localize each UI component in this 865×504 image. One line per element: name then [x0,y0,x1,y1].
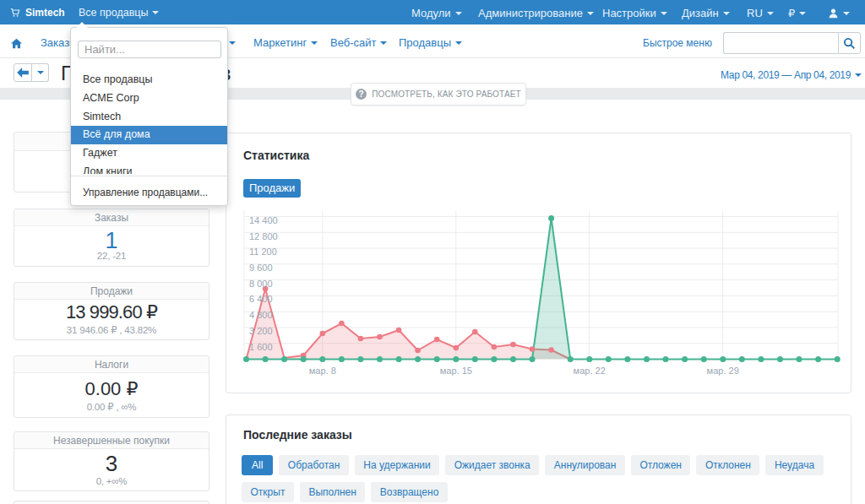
svg-text:6 400: 6 400 [249,294,273,304]
svg-text:14 400: 14 400 [249,215,278,225]
svg-text:мар. 29: мар. 29 [707,366,739,376]
svg-text:8 000: 8 000 [249,279,273,289]
svg-text:4 800: 4 800 [249,310,273,320]
svg-text:3 200: 3 200 [249,326,273,336]
svg-text:мар. 22: мар. 22 [574,366,606,376]
svg-text:9 600: 9 600 [249,263,273,273]
svg-text:мар. 15: мар. 15 [440,366,472,376]
svg-text:мар. 8: мар. 8 [309,366,336,376]
svg-text:1 600: 1 600 [249,342,273,352]
svg-text:12 800: 12 800 [249,231,278,241]
svg-text:11 200: 11 200 [249,247,277,257]
